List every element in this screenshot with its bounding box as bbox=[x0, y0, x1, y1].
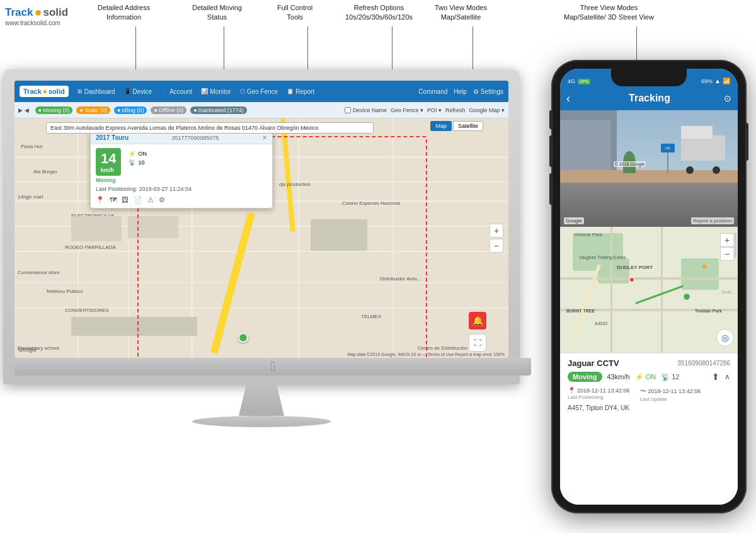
share-button[interactable]: ⬆ bbox=[712, 372, 719, 382]
back-button[interactable]: ‹ bbox=[566, 92, 570, 105]
phone-notch bbox=[611, 69, 687, 86]
map-footer: Map data ©2019 Google, INEGI 20 m — Term… bbox=[347, 352, 505, 357]
refresh-btn[interactable]: Refresh bbox=[445, 107, 466, 113]
annotation-full-control: Full ControlTools bbox=[277, 3, 312, 23]
last-positioning-block: 📍 2018-12-11 13:42:06 Last Positioning bbox=[568, 387, 630, 402]
monitor-stand-neck bbox=[236, 384, 287, 416]
popup-close[interactable]: ✕ bbox=[262, 134, 267, 141]
pm-label-burnttree: BURNT TREE bbox=[566, 309, 595, 313]
nav-command[interactable]: Command bbox=[418, 88, 447, 95]
pm-label-a4033: A4033 bbox=[595, 321, 607, 326]
nav-right-icon[interactable]: ⊙ bbox=[724, 93, 731, 103]
nav-geofence[interactable]: ⬡Geo Fence bbox=[240, 88, 278, 95]
carrier-label: 4G bbox=[568, 78, 575, 84]
annotation-detailed-address: Detailed AddressInformation bbox=[98, 3, 150, 23]
moving-status-badge: Moving bbox=[568, 372, 602, 382]
monitor-bezel: Track ● solid ⊞Dashboard 📱Device 👤Accoun… bbox=[3, 69, 520, 384]
popup-icons[interactable]: 📍 🗺 🖼 📄 ⚠ ⚙ bbox=[96, 196, 267, 204]
popup-title: 2017 Tsuru bbox=[96, 134, 129, 141]
address-bar: East 30m Autolavado Express Avenida Loma… bbox=[46, 122, 374, 134]
tab-map[interactable]: Map bbox=[430, 121, 452, 131]
map-label-19: Centro de Distribución bbox=[418, 345, 467, 351]
map-type-dropdown[interactable]: Google Map ▾ bbox=[469, 107, 505, 113]
poi-marker-2 bbox=[702, 265, 706, 268]
last-update-label: Last Update bbox=[640, 396, 701, 402]
map-label-6: Convenience store bbox=[18, 270, 60, 275]
alert-icon[interactable]: ⚠ bbox=[147, 196, 154, 204]
zoom-out-btn[interactable]: − bbox=[490, 239, 503, 253]
vpn-badge: VPN bbox=[578, 79, 590, 84]
chip-offline[interactable]: ● Offline (0) bbox=[151, 106, 186, 114]
nav-settings[interactable]: ⚙ Settings bbox=[473, 88, 503, 95]
chip-inactivated[interactable]: ● Inactivated (1774) bbox=[190, 106, 246, 114]
tab-satellite[interactable]: Satellite bbox=[453, 121, 483, 131]
gps-label: 10 bbox=[138, 159, 144, 166]
arrow-line-control bbox=[307, 26, 308, 74]
street-view: UK Google Report a problem © 2018 Google bbox=[560, 110, 738, 227]
photo-icon[interactable]: 🖼 bbox=[122, 196, 129, 204]
vol-up-button[interactable] bbox=[549, 135, 552, 167]
park-tividale bbox=[681, 258, 719, 290]
google-logo: Google bbox=[18, 347, 37, 353]
sv-google-logo: Google bbox=[564, 217, 584, 224]
desktop-monitor: Track ● solid ⊞Dashboard 📱Device 👤Accoun… bbox=[0, 69, 523, 427]
nav-account[interactable]: 👤Account bbox=[161, 88, 192, 95]
vehicle-info-panel: Jaguar CCTV 351609080147286 Moving 43km/… bbox=[560, 353, 738, 505]
map-background: Pizza Hut Ala Burger 14hgb mart ELECTRON… bbox=[14, 118, 508, 358]
arrow-line-status bbox=[224, 26, 224, 74]
nav-dashboard[interactable]: ⊞Dashboard bbox=[77, 88, 115, 95]
more-icon[interactable]: ⚙ bbox=[159, 196, 165, 204]
tracksolid-navbar: Track ● solid ⊞Dashboard 📱Device 👤Accoun… bbox=[14, 81, 508, 102]
nav-monitor[interactable]: 📊Monitor bbox=[201, 88, 231, 95]
poi-marker-1 bbox=[629, 277, 634, 282]
info-icon[interactable]: 📄 bbox=[134, 196, 142, 204]
mute-button[interactable] bbox=[549, 110, 552, 129]
phone-zoom-controls: + − bbox=[720, 233, 734, 261]
geofence-dropdown[interactable]: Geo Fence ▾ bbox=[391, 107, 423, 113]
gps-count: 📡 12 bbox=[661, 373, 679, 381]
phone-screen: 4G VPN 1:42 PM 69% ▲ 📶 ‹ Tracking ⊙ bbox=[560, 69, 738, 505]
map-label-3: 14hgb mart bbox=[18, 194, 43, 200]
map-view-tabs: Map Satellite bbox=[430, 121, 483, 131]
vehicle-name: Jaguar CCTV bbox=[568, 358, 619, 368]
device-id: 351609080147286 bbox=[678, 360, 730, 367]
chip-idling[interactable]: ● Idling (0) bbox=[114, 106, 147, 114]
pm-label-dudley: DUDLEY PORT bbox=[617, 265, 653, 270]
apple-logo:  bbox=[270, 358, 275, 375]
status-toolbar: ▶ ◀ ● Moving (0) ● Static (0) ● Idling (… bbox=[14, 102, 508, 118]
expand-button[interactable]: ∧ bbox=[724, 372, 730, 381]
chip-moving[interactable]: ● Moving (0) bbox=[35, 106, 73, 114]
engine-status: ⚡ ON bbox=[635, 373, 656, 381]
location-info-row: 📍 2018-12-11 13:42:06 Last Positioning 〜… bbox=[568, 387, 730, 402]
sv-report-problem[interactable]: Report a problem bbox=[691, 217, 734, 224]
annotation-moving-status: Detailed MovingStatus bbox=[192, 3, 242, 23]
sv-year: © 2018 Google bbox=[614, 161, 646, 167]
loc-icon[interactable]: 📍 bbox=[96, 196, 105, 204]
popup-header: 2017 Tsuru 351777090085075 ✕ bbox=[91, 132, 272, 144]
chip-static[interactable]: ● Static (0) bbox=[76, 106, 110, 114]
nav-device[interactable]: 📱Device bbox=[124, 88, 152, 95]
fullscreen-btn[interactable]: ⛶ bbox=[469, 334, 486, 352]
phone-scrollbar[interactable] bbox=[735, 232, 736, 258]
vol-down-button[interactable] bbox=[549, 173, 552, 205]
monitor-screen: Track ● solid ⊞Dashboard 📱Device 👤Accoun… bbox=[14, 81, 508, 358]
arrow-line-address bbox=[135, 26, 136, 74]
pm-label-vaughan: Vaughan Trading Estate bbox=[579, 255, 626, 260]
phone-zoom-in[interactable]: + bbox=[720, 233, 734, 247]
phone-status-icons: 69% ▲ 📶 bbox=[701, 77, 730, 84]
zoom-in-btn[interactable]: + bbox=[490, 224, 503, 238]
nav-help[interactable]: Help bbox=[454, 88, 467, 95]
pm-road-v2 bbox=[661, 227, 663, 353]
device-name-checkbox[interactable] bbox=[345, 107, 351, 113]
locate-button[interactable]: ◎ bbox=[716, 329, 734, 347]
route-icon[interactable]: 🗺 bbox=[110, 196, 117, 204]
poi-dropdown[interactable]: POI ▾ bbox=[427, 107, 442, 113]
nav-report[interactable]: 📋Report bbox=[287, 88, 314, 95]
annotation-refresh: Refresh Options10s/20s/30s/60s/120s bbox=[345, 3, 413, 23]
power-button[interactable] bbox=[746, 123, 748, 161]
last-positioning-label: Last Positioning bbox=[568, 394, 630, 400]
toolbar-right: Device Name Geo Fence ▾ POI ▾ Refresh Go… bbox=[345, 107, 505, 113]
phone-zoom-out[interactable]: − bbox=[720, 247, 734, 261]
alert-button[interactable]: 🔔 bbox=[469, 312, 486, 330]
nav-title: Tracking bbox=[575, 93, 724, 104]
